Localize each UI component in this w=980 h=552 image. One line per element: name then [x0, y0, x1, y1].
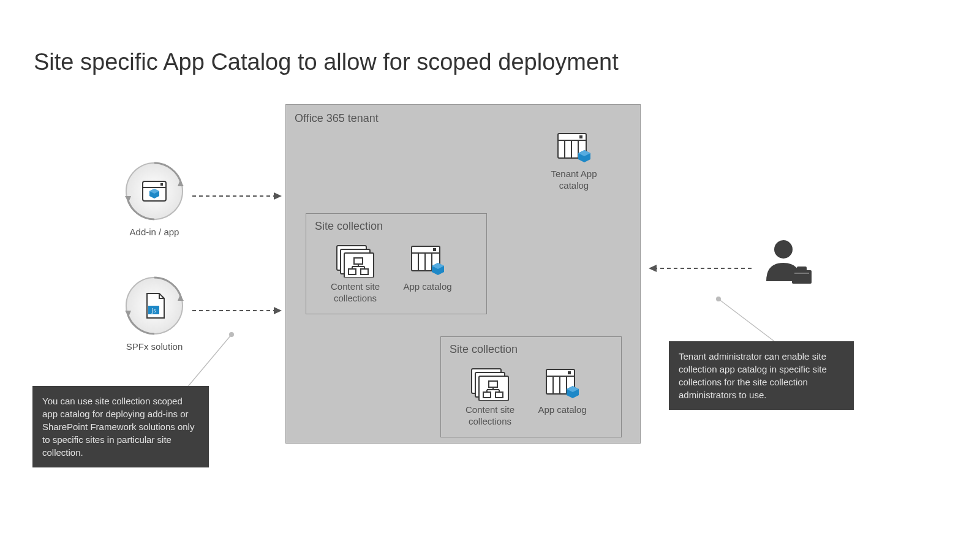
diagram-title: Site specific App Catalog to allow for s…: [34, 49, 619, 75]
svg-rect-59: [797, 267, 807, 271]
svg-rect-5: [361, 269, 368, 274]
content-site-collections-2: Content site collections: [459, 368, 521, 428]
svg-marker-66: [649, 265, 657, 272]
arrow-spfx-to-tenant: [191, 304, 283, 317]
site-collection-1-label: Site collection: [315, 220, 478, 233]
svg-rect-60: [794, 273, 809, 274]
tenant-app-catalog-label: Tenant App catalog: [551, 168, 597, 192]
svg-rect-12: [433, 248, 436, 251]
site-collection-box-2: Site collection Content site: [440, 336, 622, 437]
app-catalog-2: App catalog: [532, 368, 593, 416]
svg-rect-23: [496, 392, 503, 398]
app-catalog-1: App catalog: [397, 244, 458, 293]
site-collection-2-label: Site collection: [450, 343, 612, 356]
content-site-collections-2-label: Content site collections: [466, 404, 514, 428]
svg-point-70: [716, 297, 721, 301]
svg-rect-22: [483, 392, 491, 398]
addin-app-icon: [123, 159, 186, 223]
arrow-addin-to-tenant: [191, 190, 283, 202]
svg-line-69: [718, 299, 777, 343]
app-catalog-1-label: App catalog: [403, 281, 451, 293]
svg-point-57: [774, 240, 793, 259]
svg-rect-49: [160, 183, 163, 186]
site-collections-icon: [470, 368, 510, 401]
svg-rect-21: [489, 381, 497, 387]
svg-line-67: [187, 335, 232, 388]
site-collections-icon: [336, 244, 375, 278]
svg-rect-3: [354, 258, 363, 264]
callout-pointer-left: [184, 330, 239, 391]
spfx-solution-block: js SPFx solution: [118, 274, 191, 353]
callout-pointer-right: [715, 293, 783, 348]
callout-admin-enable: Tenant administrator can enable site col…: [669, 341, 854, 410]
arrow-admin-to-tenant: [646, 262, 753, 274]
tenant-administrator: [757, 236, 818, 291]
callout-site-scoped: You can use site collection scoped app c…: [32, 386, 209, 467]
svg-rect-30: [568, 371, 571, 374]
spfx-solution-icon: js: [123, 274, 186, 338]
tenant-label: Office 365 tenant: [295, 112, 379, 125]
svg-text:js: js: [151, 307, 156, 314]
administrator-icon: [760, 236, 815, 291]
app-catalog-icon: [410, 244, 445, 278]
tenant-app-catalog: Tenant App catalog: [537, 132, 611, 192]
svg-marker-64: [274, 307, 282, 314]
addin-app-label: Add-in / app: [130, 227, 179, 238]
app-catalog-2-label: App catalog: [538, 404, 586, 416]
app-catalog-icon: [545, 368, 580, 401]
spfx-solution-label: SPFx solution: [126, 341, 183, 353]
svg-rect-58: [792, 270, 812, 284]
svg-marker-62: [274, 192, 282, 200]
addin-app-block: Add-in / app: [118, 159, 191, 238]
tenant-app-catalog-icon: [556, 132, 592, 165]
svg-point-68: [229, 332, 234, 337]
site-collection-box-1: Site collection Content site: [306, 213, 487, 314]
svg-rect-38: [579, 135, 582, 138]
content-site-collections-1: Content site collections: [325, 244, 386, 304]
content-site-collections-1-label: Content site collections: [331, 281, 380, 304]
svg-rect-4: [349, 269, 356, 274]
